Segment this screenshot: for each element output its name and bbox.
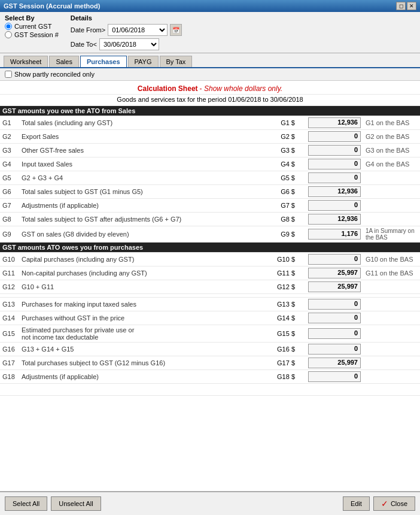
- g6-note: [363, 185, 420, 199]
- g9-input-cell: 1,176: [306, 226, 363, 243]
- g5-code: G5: [0, 171, 19, 185]
- g10-value[interactable]: 0: [308, 254, 361, 265]
- g10-dollar: [297, 253, 306, 266]
- g13-note: [363, 298, 420, 311]
- g13-gcode: G13 $: [264, 298, 297, 311]
- scroll-container[interactable]: Calculation Sheet - Show whole dollars o…: [0, 81, 420, 491]
- g13-input-cell: 0: [306, 298, 363, 311]
- g18-gcode: G18 $: [264, 370, 297, 384]
- g14-gcode: G14 $: [264, 311, 297, 325]
- g18-row: G18 Adjustments (if applicable) G18 $ 0: [0, 370, 420, 384]
- g16-row: G16 G13 + G14 + G15 G16 $ 0: [0, 343, 420, 356]
- g7-code: G7: [0, 199, 19, 213]
- options-row: Show partly reconciled only: [0, 68, 420, 81]
- g17-code: G17: [0, 356, 19, 370]
- g13-label: Purchases for making input taxed sales: [19, 298, 264, 311]
- tab-purchases[interactable]: Purchases: [80, 56, 127, 67]
- sales-header-cell: GST amounts you owe the ATO from Sales: [0, 106, 420, 116]
- tab-sales[interactable]: Sales: [49, 56, 79, 67]
- g6-gcode: G6 $: [264, 185, 297, 199]
- g14-value[interactable]: 0: [308, 313, 361, 323]
- current-gst-option[interactable]: Current GST: [5, 23, 59, 30]
- g5-value[interactable]: 0: [308, 172, 361, 183]
- g15-value[interactable]: 0: [308, 328, 361, 339]
- close-button-bottom[interactable]: ✓ Close: [373, 496, 415, 511]
- g2-input-cell: 0: [306, 130, 363, 144]
- g11-input-cell: 25,997: [306, 266, 363, 280]
- g10-label: Capital purchases (including any GST): [19, 253, 264, 266]
- g16-note: [363, 343, 420, 356]
- sheet-period-row: Goods and services tax for the period 01…: [0, 95, 420, 106]
- tab-worksheet[interactable]: Worksheet: [4, 56, 48, 67]
- g3-label: Other GST-free sales: [19, 144, 264, 157]
- g11-value[interactable]: 25,997: [308, 268, 361, 278]
- sheet-header-row: Calculation Sheet - Show whole dollars o…: [0, 81, 420, 95]
- g10-row: G10 Capital purchases (including any GST…: [0, 253, 420, 266]
- gst-session-option[interactable]: GST Session #: [5, 31, 59, 38]
- g8-row: G8 Total sales subject to GST after adju…: [0, 213, 420, 226]
- window-controls: ◻ ✕: [396, 2, 416, 10]
- g6-value[interactable]: 12,936: [308, 186, 361, 197]
- g5-gcode: G5 $: [264, 171, 297, 185]
- g16-value[interactable]: 0: [308, 344, 361, 355]
- g8-note: [363, 213, 420, 226]
- g13-value[interactable]: 0: [308, 299, 361, 310]
- unselect-all-button[interactable]: Unselect All: [51, 496, 101, 511]
- g7-note: [363, 199, 420, 213]
- current-gst-radio[interactable]: [5, 23, 12, 30]
- g2-dollar: [297, 130, 306, 144]
- g9-row: G9 GST on sales (G8 divided by eleven) G…: [0, 226, 420, 243]
- g1-value[interactable]: 12,936: [308, 117, 361, 128]
- g7-value[interactable]: 0: [308, 200, 361, 211]
- details-label: Details: [71, 14, 182, 22]
- g12-value[interactable]: 25,997: [308, 281, 361, 292]
- g1-gcode: G1 $: [264, 116, 297, 130]
- sheet-subtitle: Show whole dollars only.: [204, 84, 282, 93]
- date-to-select[interactable]: 30/06/2018: [99, 38, 159, 50]
- g15-dollar: [297, 325, 306, 343]
- g18-value[interactable]: 0: [308, 371, 361, 382]
- g8-dollar: [297, 213, 306, 226]
- gst-session-radio[interactable]: [5, 31, 12, 38]
- g17-value[interactable]: 25,997: [308, 358, 361, 368]
- g8-value[interactable]: 12,936: [308, 214, 361, 225]
- tabs-area: Worksheet Sales Purchases PAYG By Tax: [0, 53, 420, 68]
- g18-label: Adjustments (if applicable): [19, 370, 264, 384]
- date-from-select[interactable]: 01/06/2018: [108, 24, 168, 36]
- g6-code: G6: [0, 185, 19, 199]
- g16-input-cell: 0: [306, 343, 363, 356]
- date-from-row: Date From> 01/06/2018 📅: [71, 24, 182, 36]
- tab-payg[interactable]: PAYG: [128, 56, 159, 67]
- edit-button[interactable]: Edit: [343, 496, 370, 511]
- sheet-dash: -: [200, 84, 204, 93]
- date-from-calendar-button[interactable]: 📅: [170, 24, 182, 36]
- date-from-label: Date From>: [71, 26, 105, 34]
- g2-row: G2 Export Sales G2 $ 0 G2 on the BAS: [0, 130, 420, 144]
- g2-value[interactable]: 0: [308, 131, 361, 142]
- g17-gcode: G17 $: [264, 356, 297, 370]
- g14-note: [363, 311, 420, 325]
- tab-by-tax[interactable]: By Tax: [160, 56, 193, 67]
- g10-input-cell: 0: [306, 253, 363, 266]
- g10-gcode: G10 $: [264, 253, 297, 266]
- g9-gcode: G9 $: [264, 226, 297, 243]
- select-all-button[interactable]: Select All: [5, 496, 47, 511]
- g12-input-cell: 25,997: [306, 280, 363, 294]
- g9-value[interactable]: 1,176: [308, 229, 361, 240]
- close-button[interactable]: ✕: [407, 2, 416, 10]
- g2-gcode: G2 $: [264, 130, 297, 144]
- g6-input-cell: 12,936: [306, 185, 363, 199]
- show-partly-reconciled-label: Show partly reconciled only: [14, 71, 95, 78]
- g11-code: G11: [0, 266, 19, 280]
- show-partly-reconciled-checkbox[interactable]: [5, 71, 12, 78]
- g1-row: G1 Total sales (including any GST) G1 $ …: [0, 116, 420, 130]
- g5-note: [363, 171, 420, 185]
- g15-code: G15: [0, 325, 19, 343]
- g13-dollar: [297, 298, 306, 311]
- g4-value[interactable]: 0: [308, 159, 361, 169]
- g3-value[interactable]: 0: [308, 145, 361, 156]
- close-icon: ✓: [381, 499, 388, 508]
- g2-label: Export Sales: [19, 130, 264, 144]
- g8-input-cell: 12,936: [306, 213, 363, 226]
- restore-button[interactable]: ◻: [396, 2, 406, 10]
